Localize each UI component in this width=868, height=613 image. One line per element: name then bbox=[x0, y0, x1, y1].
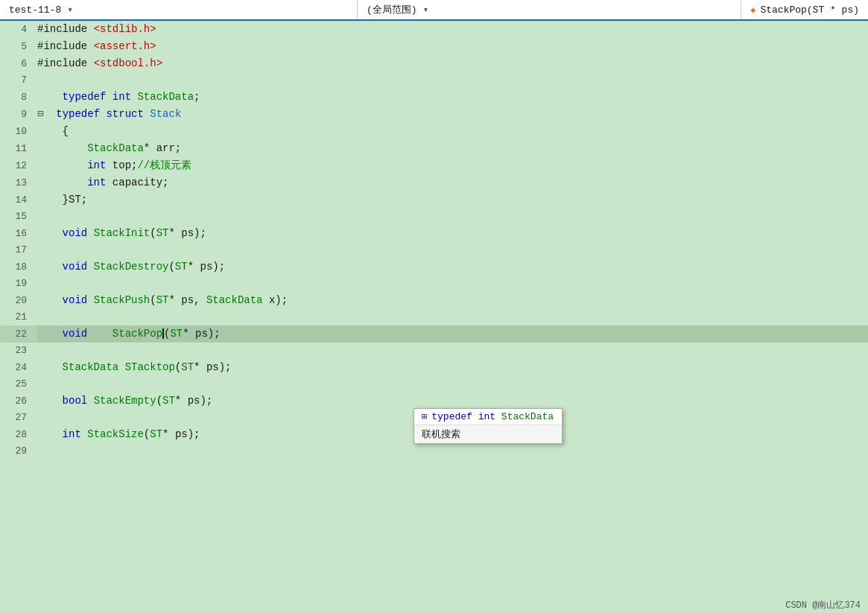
line-number: 22 bbox=[0, 326, 37, 343]
line-number: 29 bbox=[0, 443, 37, 460]
function-dropdown[interactable]: ◈ StackPop(ST * ps) bbox=[741, 0, 868, 19]
line-content[interactable]: StackData STacktop(ST* ps); bbox=[37, 359, 868, 375]
line-number: 10 bbox=[0, 124, 37, 140]
line-number: 13 bbox=[0, 175, 37, 191]
status-bar: CSDN @南山忆374 bbox=[785, 597, 868, 613]
code-line: 6#include <stdbool.h> bbox=[0, 55, 868, 72]
autocomplete-search[interactable]: 联机搜索 bbox=[414, 425, 562, 443]
line-number: 7 bbox=[0, 72, 37, 89]
line-content[interactable]: ⊟ typedef struct Stack bbox=[37, 106, 868, 122]
code-line: 9⊟ typedef struct Stack bbox=[0, 106, 868, 123]
code-line: 26 bool StackEmpty(ST* ps); bbox=[0, 393, 868, 410]
line-number: 21 bbox=[0, 309, 37, 325]
line-content[interactable]: StackData* arr; bbox=[37, 140, 868, 156]
line-number: 9 bbox=[0, 107, 37, 123]
line-number: 4 bbox=[0, 22, 37, 38]
scope-dropdown-arrow[interactable]: ▾ bbox=[423, 4, 429, 16]
code-line: 21 bbox=[0, 309, 868, 325]
line-number: 25 bbox=[0, 376, 37, 393]
code-line: 20 void StackPush(ST* ps, StackData x); bbox=[0, 292, 868, 309]
code-line: 29 bbox=[0, 443, 868, 460]
code-line: 24 StackData STacktop(ST* ps); bbox=[0, 359, 868, 376]
autocomplete-int-kw: int bbox=[472, 411, 501, 422]
line-number: 18 bbox=[0, 259, 37, 276]
autocomplete-typedef-icon: ⊞ bbox=[422, 411, 427, 422]
code-line: 5#include <assert.h> bbox=[0, 38, 868, 55]
line-content[interactable]: int top;//栈顶元素 bbox=[37, 157, 868, 174]
code-line: 14 }ST; bbox=[0, 191, 868, 209]
code-line: 7 bbox=[0, 72, 868, 89]
line-number: 28 bbox=[0, 427, 37, 443]
line-number: 11 bbox=[0, 141, 37, 157]
scope-label: (全局范围) bbox=[367, 3, 417, 16]
line-content[interactable]: int capacity; bbox=[37, 174, 868, 191]
autocomplete-stackdata-type: StackData bbox=[501, 411, 554, 422]
line-number: 16 bbox=[0, 226, 37, 242]
code-editor[interactable]: 4#include <stdlib.h>5#include <assert.h>… bbox=[0, 21, 868, 597]
code-line: 15 bbox=[0, 209, 868, 225]
file-name: test-11-8 bbox=[9, 4, 61, 16]
code-line: 25 bbox=[0, 376, 868, 393]
line-number: 12 bbox=[0, 158, 37, 174]
line-content[interactable]: #include <stdlib.h> bbox=[37, 21, 868, 37]
line-number: 27 bbox=[0, 410, 37, 426]
line-number: 19 bbox=[0, 276, 37, 292]
autocomplete-popup: ⊞ typedef int StackData 联机搜索 bbox=[414, 408, 563, 444]
autocomplete-search-label: 联机搜索 bbox=[422, 428, 460, 441]
line-content[interactable]: void StackPop(ST* ps); bbox=[37, 325, 868, 342]
code-line: 12 int top;//栈顶元素 bbox=[0, 157, 868, 174]
code-line: 10 { bbox=[0, 123, 868, 140]
line-number: 15 bbox=[0, 209, 37, 225]
file-dropdown-arrow[interactable]: ▾ bbox=[67, 4, 73, 16]
scope-dropdown[interactable]: (全局范围) ▾ bbox=[358, 0, 741, 19]
line-number: 23 bbox=[0, 343, 37, 359]
code-line: 18 void StackDestroy(ST* ps); bbox=[0, 258, 868, 276]
code-line: 13 int capacity; bbox=[0, 174, 868, 191]
code-line: 22 void StackPop(ST* ps); bbox=[0, 325, 868, 343]
function-label: StackPop(ST * ps) bbox=[760, 4, 859, 16]
code-line: 19 bbox=[0, 276, 868, 292]
line-number: 5 bbox=[0, 39, 37, 55]
top-bar: test-11-8 ▾ (全局范围) ▾ ◈ StackPop(ST * ps) bbox=[0, 0, 868, 21]
file-dropdown[interactable]: test-11-8 ▾ bbox=[0, 0, 358, 19]
code-line: 11 StackData* arr; bbox=[0, 140, 868, 157]
line-number: 6 bbox=[0, 56, 37, 72]
line-content[interactable]: typedef int StackData; bbox=[37, 89, 868, 105]
code-line: 4#include <stdlib.h> bbox=[0, 21, 868, 38]
code-line: 8 typedef int StackData; bbox=[0, 89, 868, 106]
line-content[interactable]: void StackInit(ST* ps); bbox=[37, 225, 868, 241]
line-number: 8 bbox=[0, 89, 37, 106]
code-line: 23 bbox=[0, 343, 868, 359]
line-number: 24 bbox=[0, 360, 37, 376]
line-content[interactable]: #include <assert.h> bbox=[37, 38, 868, 54]
line-content[interactable]: }ST; bbox=[37, 191, 868, 208]
autocomplete-typedef-kw: typedef bbox=[431, 411, 472, 422]
code-line: 17 bbox=[0, 242, 868, 258]
line-number: 20 bbox=[0, 293, 37, 309]
line-content[interactable]: void StackDestroy(ST* ps); bbox=[37, 258, 868, 275]
line-number: 17 bbox=[0, 242, 37, 258]
code-line: 16 void StackInit(ST* ps); bbox=[0, 225, 868, 242]
line-content[interactable]: #include <stdbool.h> bbox=[37, 55, 868, 72]
line-content[interactable]: bool StackEmpty(ST* ps); bbox=[37, 393, 868, 409]
autocomplete-item-typedef[interactable]: ⊞ typedef int StackData bbox=[414, 409, 562, 425]
line-number: 14 bbox=[0, 192, 37, 209]
line-number: 26 bbox=[0, 393, 37, 410]
line-content[interactable]: { bbox=[37, 123, 868, 139]
status-text: CSDN @南山忆374 bbox=[785, 599, 861, 612]
line-content[interactable]: void StackPush(ST* ps, StackData x); bbox=[37, 292, 868, 308]
function-icon: ◈ bbox=[750, 4, 755, 16]
